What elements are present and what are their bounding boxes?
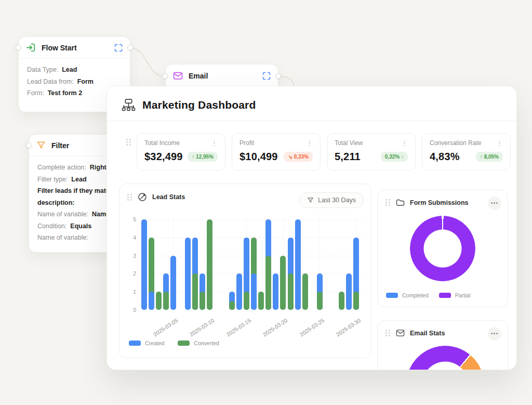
stat-value: 5,211 <box>335 151 361 163</box>
legend-swatch <box>386 293 398 298</box>
stat-value: $32,499 <box>144 151 183 163</box>
panel-title: Email Stats <box>410 330 445 337</box>
legend-item: Completed <box>386 292 429 298</box>
kebab-menu-icon[interactable]: ⋮ <box>496 140 503 147</box>
x-axis-tick: 2025-03-10 <box>189 317 216 337</box>
chart-bar <box>207 219 212 310</box>
chart-bar <box>273 273 278 310</box>
panel-title: Form Submissions <box>410 199 469 206</box>
dashboard-header: Marketing Dashboard <box>107 86 516 121</box>
trend-badge: 0,32% ↑ <box>381 152 408 162</box>
stat-label: Total View <box>335 139 363 147</box>
y-axis-tick: 1 <box>124 289 136 295</box>
expand-icon[interactable] <box>262 72 271 80</box>
email-icon <box>173 71 183 81</box>
chart-bar <box>265 256 271 310</box>
stat-label: Profit <box>240 139 254 147</box>
stat-card[interactable]: Total View⋮5,2110,32% ↑ <box>327 133 416 171</box>
kebab-menu-icon[interactable]: ⋮ <box>211 140 218 147</box>
drag-handle[interactable] <box>126 138 131 146</box>
chart-bar <box>258 292 264 310</box>
port-filter-left[interactable] <box>26 142 32 148</box>
kebab-menu-icon[interactable]: ⋮ <box>401 140 408 147</box>
x-axis-tick: 2025-03-25 <box>298 317 325 337</box>
chart-bar <box>346 273 352 310</box>
chart-bar <box>288 273 294 310</box>
y-axis-tick: 4 <box>124 234 136 241</box>
legend-item: Created <box>129 340 164 346</box>
envelope-icon <box>396 329 405 337</box>
y-axis-tick: 3 <box>124 253 136 259</box>
chart-bar <box>185 238 191 310</box>
field-line: Data Type:Lead <box>27 64 122 76</box>
chart-bar <box>295 219 301 310</box>
stat-value: 4,83% <box>430 151 460 163</box>
stat-label: Total Income <box>144 139 180 147</box>
sitemap-icon <box>122 98 136 112</box>
chart-bar <box>149 292 154 310</box>
form-submissions-donut-chart <box>410 216 475 281</box>
stat-label: Conversation Rate <box>430 139 481 147</box>
stat-card[interactable]: Conversation Rate⋮4,83%↑ 8,05% <box>422 133 511 171</box>
node-title: Email <box>189 72 257 80</box>
panel-menu-button[interactable]: ••• <box>488 197 501 210</box>
port-flow-start-right[interactable] <box>127 45 133 50</box>
legend-swatch <box>178 341 190 346</box>
chart-bar <box>236 273 242 310</box>
folder-icon <box>396 199 405 206</box>
email-stats-panel: Email Stats ••• <box>377 320 508 370</box>
legend-item: Converted <box>178 340 219 346</box>
chart-bar <box>353 292 359 310</box>
stats-row: Total Income⋮$32,499↑ 12,95%Profit⋮$10,4… <box>137 133 511 171</box>
y-axis-tick: 2 <box>124 270 136 277</box>
lead-stats-panel: Lead Stats Last 30 Days 0123452025-03-05… <box>119 184 371 358</box>
chart-bar <box>170 256 176 310</box>
x-axis-tick: 2025-03-30 <box>335 317 362 337</box>
lead-stats-chart: 0123452025-03-052025-03-102025-03-152025… <box>119 184 371 358</box>
stat-card[interactable]: Profit⋮$10,499↘ 0,33% <box>232 133 321 171</box>
chart-bar <box>156 292 162 310</box>
panel-menu-button[interactable]: ••• <box>488 327 501 341</box>
email-stats-donut-chart <box>406 346 484 370</box>
chart-bar <box>339 292 344 310</box>
form-submissions-panel: Form Submissions ••• CompletedPartial <box>377 190 508 307</box>
gridline <box>141 219 364 220</box>
chart-bar <box>251 273 257 310</box>
chart-bar <box>163 292 169 310</box>
chart-bar <box>200 292 205 310</box>
chart-bar <box>302 273 308 310</box>
chart-bar <box>244 292 249 310</box>
field-line: Lead Data from:Form <box>27 76 122 88</box>
chart-bar <box>141 219 147 310</box>
port-email-right[interactable] <box>275 73 281 79</box>
stat-value: $10,499 <box>240 151 278 163</box>
drag-handle[interactable] <box>385 329 391 337</box>
port-email-left[interactable] <box>162 73 168 79</box>
node-title: Flow Start <box>42 44 109 52</box>
page-title: Marketing Dashboard <box>142 99 256 111</box>
x-axis-tick: 2025-03-15 <box>225 317 252 337</box>
chart-bar <box>192 273 198 310</box>
marketing-dashboard-window: Marketing Dashboard Total Income⋮$32,499… <box>107 86 517 370</box>
legend-item: Partial <box>439 292 471 298</box>
chart-legend: CompletedPartial <box>386 292 471 298</box>
x-axis-tick: 2025-03-20 <box>262 317 289 337</box>
stat-card[interactable]: Total Income⋮$32,499↑ 12,95% <box>137 133 225 171</box>
drag-handle[interactable] <box>385 199 391 206</box>
canvas: Flow Start Data Type:LeadLead Data from:… <box>0 0 532 405</box>
legend-swatch <box>439 293 451 298</box>
chart-legend: CreatedConverted <box>129 340 219 346</box>
flow-start-icon <box>26 43 36 53</box>
expand-icon[interactable] <box>114 44 123 52</box>
kebab-menu-icon[interactable]: ⋮ <box>306 140 313 147</box>
port-flow-start-left[interactable] <box>16 45 21 50</box>
y-axis-tick: 5 <box>124 216 136 223</box>
chart-bar <box>229 301 235 310</box>
y-axis-tick: 0 <box>124 307 136 313</box>
trend-badge: ↑ 8,05% <box>476 152 503 162</box>
filter-icon <box>36 141 46 150</box>
trend-badge: ↑ 12,95% <box>188 152 218 162</box>
x-axis-tick: 2025-03-05 <box>152 317 179 337</box>
trend-badge: ↘ 0,33% <box>284 152 313 162</box>
chart-bar <box>317 292 323 310</box>
